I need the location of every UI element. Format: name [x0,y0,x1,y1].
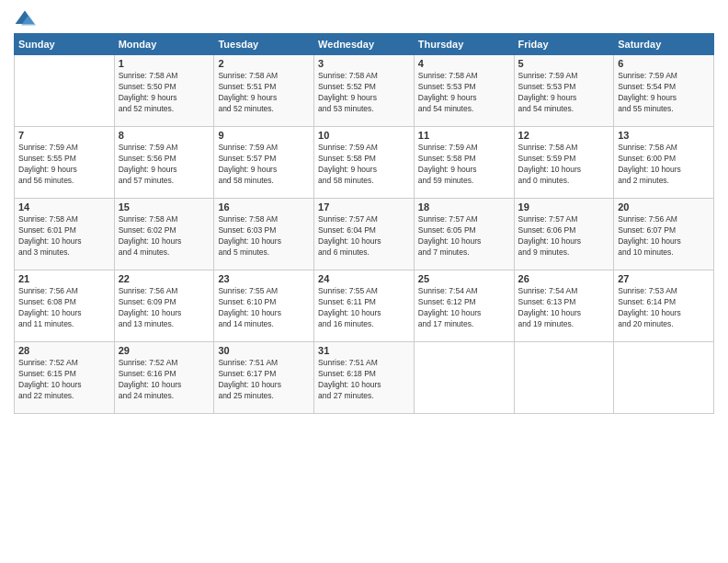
day-info: Sunrise: 7:58 AMSunset: 5:52 PMDaylight:… [318,71,410,115]
calendar-cell: 29Sunrise: 7:52 AMSunset: 6:16 PMDayligh… [114,342,214,414]
day-number: 3 [318,58,410,69]
day-number: 15 [119,201,210,213]
day-info: Sunrise: 7:58 AMSunset: 5:59 PMDaylight:… [518,143,610,187]
calendar-cell: 15Sunrise: 7:58 AMSunset: 6:02 PMDayligh… [114,199,214,270]
calendar-cell: 1Sunrise: 7:58 AMSunset: 5:50 PMDaylight… [114,55,214,127]
day-info: Sunrise: 7:59 AMSunset: 5:58 PMDaylight:… [318,143,410,187]
header [14,9,714,28]
calendar-cell: 21Sunrise: 7:56 AMSunset: 6:08 PMDayligh… [15,270,115,342]
day-number: 10 [318,130,410,141]
day-info: Sunrise: 7:59 AMSunset: 5:58 PMDaylight:… [418,143,510,187]
calendar-cell: 25Sunrise: 7:54 AMSunset: 6:12 PMDayligh… [414,270,514,342]
day-info: Sunrise: 7:58 AMSunset: 5:53 PMDaylight:… [418,71,510,115]
day-number: 28 [18,345,110,356]
day-number: 23 [218,273,310,284]
day-number: 14 [18,201,110,213]
day-number: 13 [618,130,710,141]
day-info: Sunrise: 7:59 AMSunset: 5:53 PMDaylight:… [518,71,610,115]
day-info: Sunrise: 7:59 AMSunset: 5:54 PMDaylight:… [618,71,710,115]
day-info: Sunrise: 7:56 AMSunset: 6:08 PMDaylight:… [18,286,110,330]
calendar-cell: 14Sunrise: 7:58 AMSunset: 6:01 PMDayligh… [15,199,115,270]
day-number: 16 [218,201,310,213]
calendar-cell: 27Sunrise: 7:53 AMSunset: 6:14 PMDayligh… [614,270,714,342]
day-number: 27 [618,273,710,284]
day-info: Sunrise: 7:54 AMSunset: 6:13 PMDaylight:… [518,286,610,330]
day-info: Sunrise: 7:59 AMSunset: 5:56 PMDaylight:… [119,143,210,187]
calendar-cell: 23Sunrise: 7:55 AMSunset: 6:10 PMDayligh… [214,270,314,342]
calendar-cell: 9Sunrise: 7:59 AMSunset: 5:57 PMDaylight… [214,127,314,199]
day-number: 31 [318,345,410,356]
calendar-cell: 6Sunrise: 7:59 AMSunset: 5:54 PMDaylight… [614,55,714,127]
day-info: Sunrise: 7:58 AMSunset: 6:00 PMDaylight:… [618,143,710,187]
day-number: 20 [618,201,710,213]
calendar-cell: 16Sunrise: 7:58 AMSunset: 6:03 PMDayligh… [214,199,314,270]
weekday-header: Wednesday [314,34,415,55]
day-info: Sunrise: 7:51 AMSunset: 6:18 PMDaylight:… [318,358,410,402]
day-info: Sunrise: 7:54 AMSunset: 6:12 PMDaylight:… [418,286,510,330]
day-number: 2 [218,58,310,69]
day-number: 25 [418,273,510,284]
day-number: 9 [218,130,310,141]
logo-icon [14,9,36,28]
calendar-cell [514,342,614,414]
day-number: 12 [518,130,610,141]
calendar-cell: 4Sunrise: 7:58 AMSunset: 5:53 PMDaylight… [414,55,514,127]
day-info: Sunrise: 7:51 AMSunset: 6:17 PMDaylight:… [218,358,310,402]
weekday-header: Friday [514,34,614,55]
calendar-cell: 26Sunrise: 7:54 AMSunset: 6:13 PMDayligh… [514,270,614,342]
logo [14,9,40,28]
weekday-header: Saturday [614,34,714,55]
day-info: Sunrise: 7:53 AMSunset: 6:14 PMDaylight:… [618,286,710,330]
day-number: 11 [418,130,510,141]
day-info: Sunrise: 7:55 AMSunset: 6:10 PMDaylight:… [218,286,310,330]
day-info: Sunrise: 7:57 AMSunset: 6:06 PMDaylight:… [518,214,610,259]
day-info: Sunrise: 7:58 AMSunset: 5:50 PMDaylight:… [119,71,210,115]
calendar-cell: 10Sunrise: 7:59 AMSunset: 5:58 PMDayligh… [314,127,415,199]
calendar-cell: 11Sunrise: 7:59 AMSunset: 5:58 PMDayligh… [414,127,514,199]
day-info: Sunrise: 7:57 AMSunset: 6:04 PMDaylight:… [318,214,410,259]
day-number: 29 [119,345,210,356]
day-number: 30 [218,345,310,356]
calendar-cell: 8Sunrise: 7:59 AMSunset: 5:56 PMDaylight… [114,127,214,199]
calendar-week-row: 28Sunrise: 7:52 AMSunset: 6:15 PMDayligh… [15,342,714,414]
calendar-week-row: 14Sunrise: 7:58 AMSunset: 6:01 PMDayligh… [15,199,714,270]
day-number: 1 [119,58,210,69]
day-info: Sunrise: 7:56 AMSunset: 6:09 PMDaylight:… [119,286,210,330]
weekday-header: Sunday [15,34,115,55]
day-number: 24 [318,273,410,284]
calendar-cell: 13Sunrise: 7:58 AMSunset: 6:00 PMDayligh… [614,127,714,199]
day-info: Sunrise: 7:58 AMSunset: 6:01 PMDaylight:… [18,214,110,259]
calendar-cell: 17Sunrise: 7:57 AMSunset: 6:04 PMDayligh… [314,199,415,270]
day-number: 6 [618,58,710,69]
day-number: 17 [318,201,410,213]
calendar-cell: 5Sunrise: 7:59 AMSunset: 5:53 PMDaylight… [514,55,614,127]
calendar-cell: 20Sunrise: 7:56 AMSunset: 6:07 PMDayligh… [614,199,714,270]
calendar-cell: 3Sunrise: 7:58 AMSunset: 5:52 PMDaylight… [314,55,415,127]
day-info: Sunrise: 7:59 AMSunset: 5:55 PMDaylight:… [18,143,110,187]
calendar-cell: 12Sunrise: 7:58 AMSunset: 5:59 PMDayligh… [514,127,614,199]
day-number: 18 [418,201,510,213]
calendar-cell: 30Sunrise: 7:51 AMSunset: 6:17 PMDayligh… [214,342,314,414]
calendar-cell: 24Sunrise: 7:55 AMSunset: 6:11 PMDayligh… [314,270,415,342]
day-number: 21 [18,273,110,284]
day-info: Sunrise: 7:59 AMSunset: 5:57 PMDaylight:… [218,143,310,187]
day-number: 8 [119,130,210,141]
calendar-cell [414,342,514,414]
day-number: 26 [518,273,610,284]
calendar-cell [15,55,115,127]
day-info: Sunrise: 7:58 AMSunset: 6:03 PMDaylight:… [218,214,310,259]
calendar-week-row: 7Sunrise: 7:59 AMSunset: 5:55 PMDaylight… [15,127,714,199]
day-info: Sunrise: 7:58 AMSunset: 5:51 PMDaylight:… [218,71,310,115]
day-info: Sunrise: 7:52 AMSunset: 6:15 PMDaylight:… [18,358,110,402]
calendar-cell: 7Sunrise: 7:59 AMSunset: 5:55 PMDaylight… [15,127,115,199]
day-number: 7 [18,130,110,141]
calendar-cell [614,342,714,414]
day-info: Sunrise: 7:58 AMSunset: 6:02 PMDaylight:… [119,214,210,259]
day-number: 22 [119,273,210,284]
weekday-header: Thursday [414,34,514,55]
calendar-cell: 22Sunrise: 7:56 AMSunset: 6:09 PMDayligh… [114,270,214,342]
calendar-week-row: 1Sunrise: 7:58 AMSunset: 5:50 PMDaylight… [15,55,714,127]
weekday-header: Monday [114,34,214,55]
day-info: Sunrise: 7:56 AMSunset: 6:07 PMDaylight:… [618,214,710,259]
calendar-cell: 19Sunrise: 7:57 AMSunset: 6:06 PMDayligh… [514,199,614,270]
